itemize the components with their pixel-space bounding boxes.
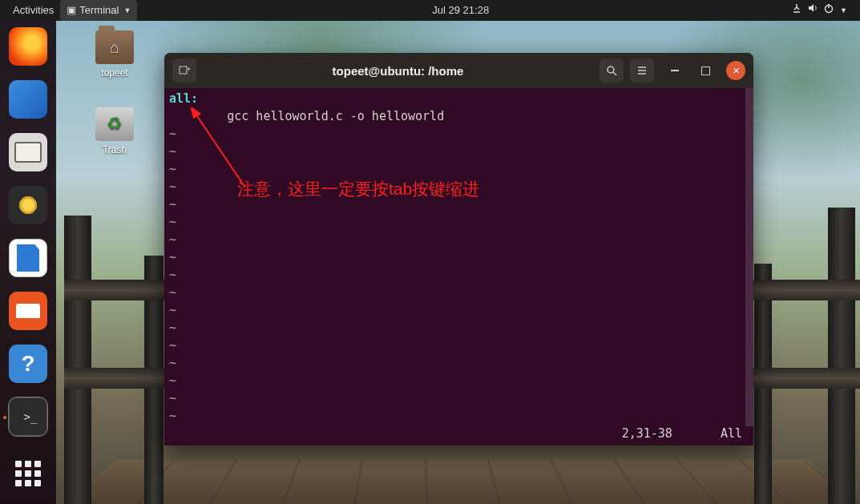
dock-thunderbird[interactable] bbox=[9, 80, 47, 119]
svg-point-2 bbox=[608, 67, 614, 73]
dock-help[interactable] bbox=[9, 345, 47, 383]
dock-terminal[interactable] bbox=[9, 397, 47, 436]
terminal-icon: ▣ bbox=[67, 0, 76, 21]
vim-tilde: ~ bbox=[169, 372, 749, 389]
terminal-window: topeet@ubuntu: /home all: gcc helloworld… bbox=[164, 53, 753, 446]
svg-rect-1 bbox=[180, 67, 187, 74]
vim-tilde: ~ bbox=[169, 354, 749, 372]
vim-tilde: ~ bbox=[169, 337, 749, 354]
dock-files[interactable] bbox=[9, 133, 47, 171]
vim-tilde: ~ bbox=[169, 284, 749, 301]
power-icon bbox=[822, 0, 835, 21]
vim-tilde: ~ bbox=[169, 319, 749, 337]
window-minimize-button[interactable] bbox=[665, 61, 684, 80]
dock-show-applications[interactable] bbox=[9, 454, 47, 493]
makefile-target: all: bbox=[169, 91, 198, 106]
vim-tilde: ~ bbox=[169, 231, 749, 248]
dock-rhythmbox[interactable] bbox=[9, 186, 47, 224]
annotation-text: 注意，这里一定要按tab按键缩进 bbox=[237, 178, 479, 200]
clock[interactable]: Jul 29 21:28 bbox=[426, 0, 495, 21]
terminal-scrollbar[interactable] bbox=[745, 88, 753, 426]
top-panel: Activities ▣ Terminal ▼ Jul 29 21:28 ▼ bbox=[0, 0, 860, 21]
desktop-home-folder[interactable]: topeet bbox=[87, 30, 143, 79]
vim-scroll-pos: All bbox=[721, 425, 742, 442]
trash-icon bbox=[95, 107, 134, 141]
chevron-down-icon: ▼ bbox=[840, 0, 847, 21]
vim-tilde: ~ bbox=[169, 125, 749, 143]
terminal-title: topeet@ubuntu: /home bbox=[203, 64, 593, 78]
system-indicators[interactable]: ▼ bbox=[784, 0, 854, 21]
vim-tilde: ~ bbox=[169, 143, 749, 160]
search-button[interactable] bbox=[600, 58, 624, 83]
vim-tilde: ~ bbox=[169, 301, 749, 319]
hamburger-menu-button[interactable] bbox=[630, 58, 654, 83]
vim-tilde: ~ bbox=[169, 248, 749, 266]
terminal-viewport[interactable]: all: gcc helloworld.c -o helloworld ~ ~ … bbox=[164, 88, 753, 446]
vim-tilde: ~ bbox=[169, 213, 749, 231]
terminal-titlebar[interactable]: topeet@ubuntu: /home bbox=[164, 53, 753, 88]
activities-button[interactable]: Activities bbox=[6, 0, 60, 21]
vim-tilde: ~ bbox=[169, 266, 749, 284]
makefile-command: gcc helloworld.c -o helloworld bbox=[169, 107, 749, 125]
vim-cursor-pos: 2,31-38 bbox=[622, 425, 672, 442]
volume-icon bbox=[806, 0, 819, 21]
apps-grid-icon bbox=[15, 461, 41, 486]
chevron-down-icon: ▼ bbox=[123, 0, 131, 21]
app-menu[interactable]: ▣ Terminal ▼ bbox=[60, 0, 137, 21]
vim-status-line: 2,31-38 All bbox=[176, 425, 742, 442]
window-close-button[interactable] bbox=[726, 61, 745, 80]
window-maximize-button[interactable] bbox=[696, 61, 715, 80]
app-menu-label: Terminal bbox=[79, 0, 119, 21]
dock-ubuntu-software[interactable] bbox=[9, 292, 47, 330]
dock bbox=[0, 21, 56, 504]
desktop-icon-label: Trash bbox=[87, 144, 143, 155]
dock-firefox[interactable] bbox=[9, 27, 47, 66]
vim-tilde: ~ bbox=[169, 407, 749, 425]
desktop-icon-label: topeet bbox=[87, 67, 143, 79]
network-icon bbox=[790, 0, 803, 21]
vim-tilde: ~ bbox=[169, 389, 749, 407]
folder-home-icon bbox=[95, 30, 134, 64]
vim-tilde: ~ bbox=[169, 160, 749, 178]
new-tab-button[interactable] bbox=[172, 58, 196, 83]
desktop-trash[interactable]: Trash bbox=[87, 107, 143, 155]
dock-libreoffice-writer[interactable] bbox=[9, 239, 47, 277]
